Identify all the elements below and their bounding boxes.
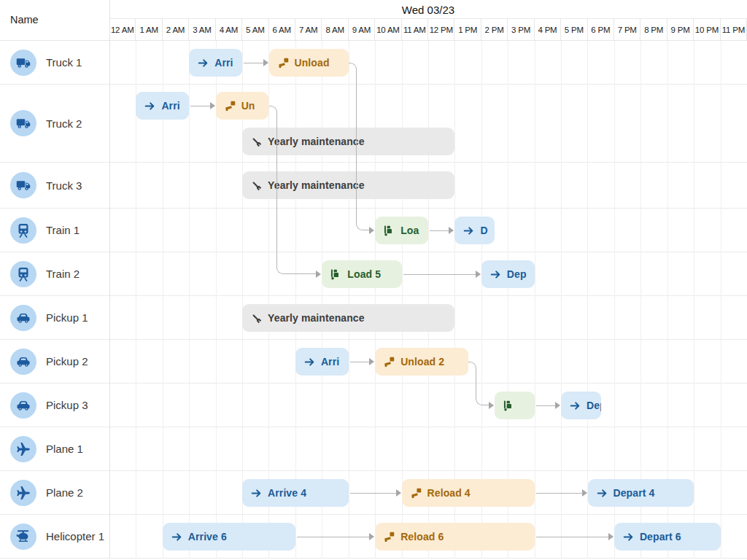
connector-arrow xyxy=(369,227,378,234)
train-icon xyxy=(10,217,36,244)
load-icon xyxy=(503,400,514,411)
resource-name-cell[interactable]: Train 1 xyxy=(0,209,109,252)
event-tr1-load[interactable]: Loa xyxy=(375,217,428,244)
connector-line xyxy=(536,537,609,537)
event-tr2-depart[interactable]: Dep xyxy=(481,260,535,288)
train-icon xyxy=(10,261,36,287)
load-icon xyxy=(384,225,395,236)
unload-icon xyxy=(278,58,289,69)
event-tr2-load[interactable]: Load 5 xyxy=(322,260,401,288)
connector-line xyxy=(244,63,263,63)
event-h1-arrive[interactable]: Arrive 6 xyxy=(163,523,295,551)
hour-cell: 10 AM xyxy=(375,19,401,41)
event-label: Reload 6 xyxy=(400,531,444,542)
hour-cell: 1 AM xyxy=(136,19,162,41)
connector-arrow xyxy=(489,402,498,409)
event-label: Arrive 6 xyxy=(188,531,227,542)
event-pl2-arrive[interactable]: Arrive 4 xyxy=(242,479,349,507)
event-tr1-depart[interactable]: D xyxy=(454,217,495,244)
event-label: Arri xyxy=(214,57,233,69)
hour-cell: 2 PM xyxy=(481,19,508,41)
connector-line xyxy=(269,106,277,268)
event-label: Dep xyxy=(507,268,527,280)
wrench-icon xyxy=(251,313,262,324)
hour-cell: 8 PM xyxy=(640,19,667,41)
arrow-right-icon xyxy=(490,269,501,280)
car-icon xyxy=(10,305,36,331)
arrow-right-icon xyxy=(144,101,155,112)
hour-cell: 5 PM xyxy=(561,19,587,41)
resource-name-cell[interactable]: Helicopter 1 xyxy=(0,515,109,558)
event-p2-arrive[interactable]: Arri xyxy=(295,348,349,376)
hour-cell: 1 PM xyxy=(454,19,481,41)
unload-icon xyxy=(225,101,236,112)
resource-name-cell[interactable]: Train 2 xyxy=(0,252,109,295)
connector-arrow xyxy=(316,271,325,278)
resource-name-cell[interactable]: Plane 2 xyxy=(0,471,109,514)
event-label: Unload xyxy=(295,57,330,69)
connector-line xyxy=(350,493,397,494)
hour-cell: 11 AM xyxy=(402,19,428,41)
hour-cell: 3 AM xyxy=(189,19,215,41)
event-t2-arrive[interactable]: Arri xyxy=(136,92,189,120)
resource-name-cell[interactable]: Pickup 1 xyxy=(0,296,109,339)
resource-name-label: Plane 1 xyxy=(46,443,83,455)
hour-cell: 2 AM xyxy=(163,19,189,41)
connector-arrow xyxy=(608,533,617,540)
arrow-right-icon xyxy=(570,400,581,411)
event-pl2-reload[interactable]: Reload 4 xyxy=(402,479,535,507)
resource-row-plane1: Plane 1 xyxy=(0,427,747,471)
event-p2-unload[interactable]: Unload 2 xyxy=(375,348,468,376)
event-label: Unload 2 xyxy=(400,356,444,368)
arrow-right-icon xyxy=(251,488,262,499)
plane-icon xyxy=(10,436,36,462)
truck-icon xyxy=(10,172,36,198)
arrow-right-icon xyxy=(198,58,209,69)
wrench-icon xyxy=(251,180,262,191)
hour-cell: 9 AM xyxy=(349,19,375,41)
resource-name-cell[interactable]: Pickup 2 xyxy=(0,340,109,383)
hour-cell: 8 AM xyxy=(322,19,348,41)
event-p3-load[interactable] xyxy=(495,392,535,419)
resource-name-cell[interactable]: Pickup 3 xyxy=(0,384,109,427)
event-label: Yearly maintenance xyxy=(268,312,365,324)
timeline-hours-row: 12 AM1 AM2 AM3 AM4 AM5 AM6 AM7 AM8 AM9 A… xyxy=(109,18,747,41)
event-p1-maint[interactable]: Yearly maintenance xyxy=(242,304,454,332)
event-label: Depart 6 xyxy=(640,531,681,542)
resource-row-pickup3: Pickup 3 xyxy=(0,384,747,427)
resource-name-cell[interactable]: Truck 3 xyxy=(0,163,109,208)
connector-arrow xyxy=(210,102,219,109)
event-label: Load 5 xyxy=(347,268,381,280)
connector-arrow xyxy=(449,227,457,234)
event-t1-arrive[interactable]: Arri xyxy=(189,49,242,77)
arrow-right-icon xyxy=(597,488,608,499)
event-t2-unload[interactable]: Un xyxy=(216,92,269,120)
load-icon xyxy=(330,269,341,280)
wrench-icon xyxy=(251,136,262,147)
event-h1-reload[interactable]: Reload 6 xyxy=(375,523,535,551)
event-p3-depart[interactable]: Dep xyxy=(561,392,601,419)
resource-name-cell[interactable]: Plane 1 xyxy=(0,427,109,470)
resource-name-cell[interactable]: Truck 2 xyxy=(0,85,109,162)
hour-cell: 5 AM xyxy=(242,19,268,41)
hour-cell: 11 PM xyxy=(721,19,747,41)
connector-line xyxy=(297,537,370,537)
resource-name-cell[interactable]: Truck 1 xyxy=(0,41,109,84)
truck-icon xyxy=(10,110,36,136)
connector-line xyxy=(403,274,476,275)
car-icon xyxy=(10,349,36,375)
connector-line xyxy=(430,230,449,231)
resource-name-label: Train 1 xyxy=(46,224,80,236)
event-pl2-depart[interactable]: Depart 4 xyxy=(588,479,694,507)
connector-arrow xyxy=(555,402,564,409)
event-label: Loa xyxy=(400,225,419,236)
connector-line xyxy=(536,405,556,406)
connector-arrow xyxy=(369,358,378,365)
event-h1-depart[interactable]: Depart 6 xyxy=(614,523,721,551)
unload-icon xyxy=(384,532,395,542)
resource-name-label: Train 2 xyxy=(46,268,80,280)
event-t1-unload[interactable]: Unload xyxy=(269,49,349,77)
resource-name-label: Pickup 3 xyxy=(46,399,88,411)
connector-line xyxy=(276,268,317,274)
hour-cell: 7 PM xyxy=(614,19,640,41)
